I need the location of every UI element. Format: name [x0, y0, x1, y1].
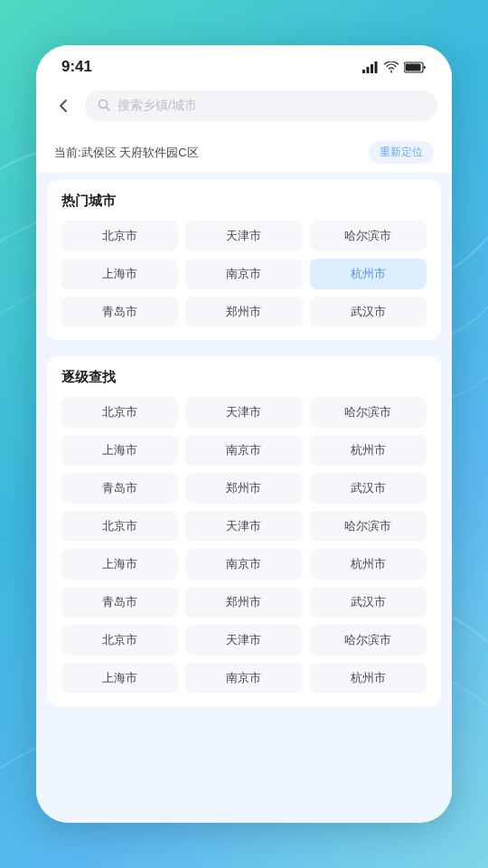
- svg-point-4: [390, 71, 392, 72]
- hot-city-button[interactable]: 南京市: [185, 259, 302, 289]
- hot-city-button[interactable]: 武汉市: [310, 297, 427, 327]
- browse-city-button[interactable]: 天津市: [185, 511, 302, 542]
- browse-city-button[interactable]: 哈尔滨市: [310, 511, 427, 542]
- current-location-text: 当前:武侯区 天府软件园C区: [54, 145, 199, 161]
- svg-rect-3: [375, 61, 378, 73]
- content-scroll[interactable]: 热门城市 北京市天津市哈尔滨市上海市南京市杭州市青岛市郑州市武汉市 逐级查找 北…: [36, 180, 452, 823]
- search-placeholder-text: 搜索乡镇/城市: [117, 98, 197, 114]
- svg-rect-2: [371, 64, 373, 73]
- location-bar: 当前:武侯区 天府软件园C区 重新定位: [36, 132, 452, 173]
- hot-city-button[interactable]: 上海市: [61, 259, 178, 289]
- status-bar: 9:41: [36, 45, 452, 83]
- browse-city-button[interactable]: 杭州市: [310, 435, 427, 466]
- browse-city-button[interactable]: 北京市: [61, 397, 178, 428]
- search-area: 搜索乡镇/城市: [36, 83, 452, 132]
- browse-title: 逐级查找: [61, 369, 427, 386]
- signal-icon: [362, 61, 379, 73]
- browse-city-button[interactable]: 杭州市: [310, 663, 427, 693]
- hot-city-button[interactable]: 北京市: [61, 221, 178, 251]
- browse-city-button[interactable]: 郑州市: [185, 473, 302, 504]
- hot-cities-title: 热门城市: [61, 193, 427, 210]
- browse-city-button[interactable]: 南京市: [185, 435, 302, 466]
- browse-city-button[interactable]: 北京市: [61, 625, 178, 656]
- svg-line-8: [107, 107, 110, 110]
- status-icons: [362, 61, 427, 73]
- browse-city-button[interactable]: 哈尔滨市: [310, 397, 427, 428]
- search-icon: [98, 99, 110, 114]
- browse-city-button[interactable]: 哈尔滨市: [310, 625, 427, 656]
- browse-city-button[interactable]: 南京市: [185, 663, 302, 693]
- browse-city-button[interactable]: 青岛市: [61, 587, 178, 618]
- phone-card: 9:41: [36, 45, 452, 823]
- hot-city-button[interactable]: 郑州市: [185, 297, 302, 327]
- browse-city-button[interactable]: 天津市: [185, 625, 302, 656]
- hot-city-button[interactable]: 杭州市: [310, 259, 427, 289]
- browse-section: 逐级查找 北京市天津市哈尔滨市上海市南京市杭州市青岛市郑州市武汉市北京市天津市哈…: [47, 356, 441, 706]
- hot-cities-section: 热门城市 北京市天津市哈尔滨市上海市南京市杭州市青岛市郑州市武汉市: [47, 180, 441, 340]
- browse-city-button[interactable]: 杭州市: [310, 549, 427, 580]
- browse-cities-grid: 北京市天津市哈尔滨市上海市南京市杭州市青岛市郑州市武汉市北京市天津市哈尔滨市上海…: [61, 397, 427, 693]
- browse-city-button[interactable]: 青岛市: [61, 473, 178, 504]
- svg-rect-6: [406, 63, 421, 71]
- hot-city-button[interactable]: 青岛市: [61, 297, 178, 327]
- hot-city-button[interactable]: 天津市: [185, 221, 302, 251]
- hot-cities-grid: 北京市天津市哈尔滨市上海市南京市杭州市青岛市郑州市武汉市: [61, 221, 427, 327]
- browse-city-button[interactable]: 南京市: [185, 549, 302, 580]
- battery-icon: [404, 61, 427, 73]
- wifi-icon: [384, 61, 399, 73]
- browse-city-button[interactable]: 武汉市: [310, 587, 427, 618]
- svg-rect-1: [367, 67, 370, 73]
- search-input[interactable]: 搜索乡镇/城市: [85, 90, 437, 121]
- browse-city-button[interactable]: 上海市: [61, 435, 178, 466]
- browse-city-button[interactable]: 上海市: [61, 663, 178, 693]
- relocate-button[interactable]: 重新定位: [369, 141, 434, 164]
- back-button[interactable]: [51, 93, 76, 118]
- browse-city-button[interactable]: 上海市: [61, 549, 178, 580]
- svg-rect-0: [362, 70, 365, 73]
- browse-city-button[interactable]: 武汉市: [310, 473, 427, 504]
- hot-city-button[interactable]: 哈尔滨市: [310, 221, 427, 251]
- browse-city-button[interactable]: 天津市: [185, 397, 302, 428]
- browse-city-button[interactable]: 郑州市: [185, 587, 302, 618]
- status-time: 9:41: [61, 58, 92, 76]
- browse-city-button[interactable]: 北京市: [61, 511, 178, 542]
